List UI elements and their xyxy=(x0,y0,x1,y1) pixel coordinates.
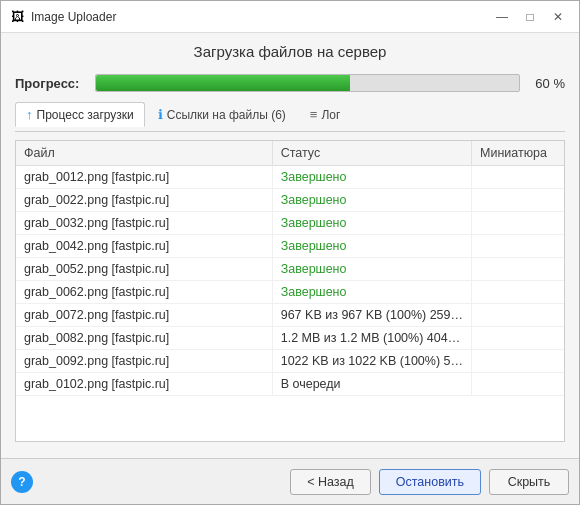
help-button[interactable]: ? xyxy=(11,471,33,493)
cell-file: grab_0012.png [fastpic.ru] xyxy=(16,166,272,189)
tab-log-icon: ≡ xyxy=(310,107,318,122)
close-button[interactable]: ✕ xyxy=(545,7,571,27)
col-header-status: Статус xyxy=(272,141,471,166)
table-row: grab_0012.png [fastpic.ru]Завершено xyxy=(16,166,564,189)
progress-bar-container xyxy=(95,74,520,92)
cell-file: grab_0102.png [fastpic.ru] xyxy=(16,373,272,396)
cell-thumb xyxy=(471,189,564,212)
minimize-button[interactable]: — xyxy=(489,7,515,27)
cell-status: Завершено xyxy=(272,212,471,235)
table-row: grab_0092.png [fastpic.ru]1022 KB из 102… xyxy=(16,350,564,373)
window-controls: — □ ✕ xyxy=(489,7,571,27)
cell-thumb xyxy=(471,327,564,350)
main-window: 🖼 Image Uploader — □ ✕ Загрузка файлов н… xyxy=(0,0,580,505)
footer-left: ? xyxy=(11,471,33,493)
cell-file: grab_0022.png [fastpic.ru] xyxy=(16,189,272,212)
cell-status: Завершено xyxy=(272,166,471,189)
tab-links[interactable]: ℹ Ссылки на файлы (6) xyxy=(147,102,297,127)
table-row: grab_0052.png [fastpic.ru]Завершено xyxy=(16,258,564,281)
cell-thumb xyxy=(471,235,564,258)
progress-label: Прогресс: xyxy=(15,76,85,91)
footer: ? < Назад Остановить Скрыть xyxy=(1,458,579,504)
cell-status: Завершено xyxy=(272,281,471,304)
table-row: grab_0022.png [fastpic.ru]Завершено xyxy=(16,189,564,212)
app-title: Image Uploader xyxy=(31,10,489,24)
table-header-row: Файл Статус Миниатюра xyxy=(16,141,564,166)
cell-status: 1.2 MB из 1.2 MB (100%) 404… xyxy=(272,327,471,350)
table-row: grab_0102.png [fastpic.ru]В очереди xyxy=(16,373,564,396)
cell-file: grab_0062.png [fastpic.ru] xyxy=(16,281,272,304)
col-header-thumb: Миниатюра xyxy=(471,141,564,166)
cell-thumb xyxy=(471,281,564,304)
main-content: Загрузка файлов на сервер Прогресс: 60 %… xyxy=(1,33,579,458)
table-row: grab_0072.png [fastpic.ru]967 KB из 967 … xyxy=(16,304,564,327)
tab-log-label: Лог xyxy=(321,108,340,122)
stop-button[interactable]: Остановить xyxy=(379,469,481,495)
table-row: grab_0032.png [fastpic.ru]Завершено xyxy=(16,212,564,235)
titlebar: 🖼 Image Uploader — □ ✕ xyxy=(1,1,579,33)
cell-status: Завершено xyxy=(272,235,471,258)
tab-process[interactable]: ↑ Процесс загрузки xyxy=(15,102,145,127)
table-row: grab_0042.png [fastpic.ru]Завершено xyxy=(16,235,564,258)
file-table-container: Файл Статус Миниатюра grab_0012.png [fas… xyxy=(15,140,565,442)
cell-thumb xyxy=(471,166,564,189)
cell-file: grab_0052.png [fastpic.ru] xyxy=(16,258,272,281)
tab-process-label: Процесс загрузки xyxy=(37,108,134,122)
tab-process-icon: ↑ xyxy=(26,107,33,122)
file-table: Файл Статус Миниатюра grab_0012.png [fas… xyxy=(16,141,564,396)
cell-thumb xyxy=(471,304,564,327)
table-row: grab_0082.png [fastpic.ru]1.2 MB из 1.2 … xyxy=(16,327,564,350)
progress-percent: 60 % xyxy=(530,76,565,91)
tab-links-icon: ℹ xyxy=(158,107,163,122)
cell-file: grab_0042.png [fastpic.ru] xyxy=(16,235,272,258)
cell-thumb xyxy=(471,258,564,281)
tab-links-label: Ссылки на файлы (6) xyxy=(167,108,286,122)
cell-status: 967 KB из 967 KB (100%) 259… xyxy=(272,304,471,327)
table-row: grab_0062.png [fastpic.ru]Завершено xyxy=(16,281,564,304)
cell-file: grab_0072.png [fastpic.ru] xyxy=(16,304,272,327)
back-button[interactable]: < Назад xyxy=(290,469,371,495)
cell-status: Завершено xyxy=(272,189,471,212)
cell-file: grab_0092.png [fastpic.ru] xyxy=(16,350,272,373)
cell-file: grab_0082.png [fastpic.ru] xyxy=(16,327,272,350)
tab-log[interactable]: ≡ Лог xyxy=(299,102,352,127)
page-title: Загрузка файлов на сервер xyxy=(15,43,565,60)
maximize-button[interactable]: □ xyxy=(517,7,543,27)
hide-button[interactable]: Скрыть xyxy=(489,469,569,495)
cell-status: Завершено xyxy=(272,258,471,281)
progress-row: Прогресс: 60 % xyxy=(15,74,565,92)
cell-file: grab_0032.png [fastpic.ru] xyxy=(16,212,272,235)
tabs-row: ↑ Процесс загрузки ℹ Ссылки на файлы (6)… xyxy=(15,102,565,132)
cell-thumb xyxy=(471,212,564,235)
cell-thumb xyxy=(471,350,564,373)
cell-thumb xyxy=(471,373,564,396)
cell-status: В очереди xyxy=(272,373,471,396)
cell-status: 1022 KB из 1022 KB (100%) 5… xyxy=(272,350,471,373)
file-table-body: grab_0012.png [fastpic.ru]Завершеноgrab_… xyxy=(16,166,564,396)
progress-bar-fill xyxy=(96,75,350,91)
col-header-file: Файл xyxy=(16,141,272,166)
app-icon: 🖼 xyxy=(9,9,25,25)
